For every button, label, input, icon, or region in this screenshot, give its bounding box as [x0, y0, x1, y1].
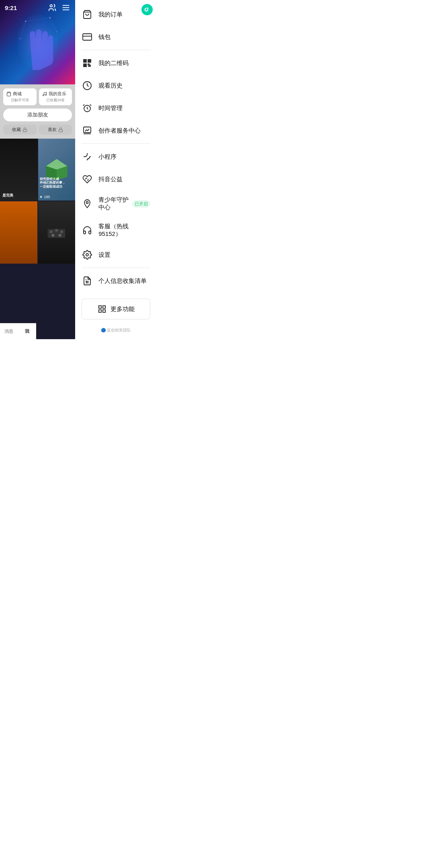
svg-rect-42 [84, 127, 91, 133]
like-label: 喜欢 [48, 127, 57, 133]
svg-point-23 [50, 230, 53, 233]
svg-point-27 [59, 234, 61, 237]
status-bar: 9:21 [0, 0, 75, 15]
menu-history[interactable]: 观看历史 [75, 74, 157, 97]
watermark: 🔵 蓝创精英团队 [75, 326, 157, 339]
music-shortcut[interactable]: 我的音乐 已收藏29首 [39, 88, 72, 105]
svg-point-24 [55, 229, 58, 232]
svg-point-25 [61, 230, 63, 233]
collect-label: 收藏 [12, 127, 21, 133]
video-thumb-2[interactable]: 185 研究那些大咸 件他们热爱的事， 一定能取得成功 [38, 139, 76, 201]
privacy-icon [82, 275, 93, 287]
timemanage-label: 时间管理 [98, 104, 150, 112]
shop-shortcut[interactable]: 商城 活触手可得 [3, 88, 37, 105]
svg-rect-54 [98, 310, 101, 312]
svg-marker-21 [40, 196, 42, 198]
divider-3 [82, 268, 150, 268]
divider-2 [82, 143, 150, 144]
like-item[interactable]: 喜欢 [39, 125, 72, 135]
collect-item[interactable]: 收藏 [3, 125, 37, 135]
nav-message[interactable]: 消息 [0, 327, 18, 336]
svg-point-26 [52, 234, 55, 237]
youth-badge: 已开启 [132, 200, 150, 208]
alarm-icon [82, 102, 93, 114]
svg-rect-53 [102, 306, 105, 308]
profile-icons [48, 3, 70, 12]
message-label: 消息 [0, 328, 18, 334]
menu-qrcode[interactable]: 我的二维码 [75, 52, 157, 74]
svg-rect-16 [59, 129, 62, 132]
svg-point-13 [43, 94, 44, 96]
svg-rect-37 [84, 65, 86, 66]
more-btn-label: 更多功能 [111, 305, 135, 313]
music-label: 我的音乐 [49, 91, 66, 97]
svg-rect-36 [89, 60, 90, 61]
svg-line-40 [83, 104, 84, 106]
wallet-icon [82, 31, 93, 43]
menu-miniapp[interactable]: 小程序 [75, 145, 157, 168]
shop-sublabel: 活触手可得 [6, 98, 33, 103]
headphone-icon [82, 225, 93, 236]
music-sublabel: 已收藏29首 [42, 98, 69, 103]
menu-settings[interactable]: 设置 [75, 244, 157, 266]
divider-1 [82, 50, 150, 50]
menu-privacy[interactable]: 个人信息收集清单 [75, 270, 157, 292]
more-functions-button[interactable]: 更多功能 [82, 299, 150, 319]
left-panel: 9:21 [0, 0, 75, 339]
youth-label: 青少年守护中心 [98, 196, 130, 211]
svg-rect-30 [83, 34, 92, 40]
watermark-text: 🔵 蓝创精英团队 [101, 328, 131, 332]
nav-me[interactable]: 我 [18, 327, 36, 336]
profile-area: 商城 活触手可得 我的音乐 已收藏29首 添加朋友 收藏 [0, 84, 75, 139]
menu-creator[interactable]: 创作者服务中心 [75, 119, 157, 142]
svg-line-41 [90, 104, 91, 106]
svg-rect-52 [98, 306, 101, 308]
shop-label: 商城 [13, 91, 22, 97]
svg-point-49 [86, 254, 88, 256]
video-overlay: 研究那些大咸 件他们热爱的事， 一定能取得成功 [40, 177, 74, 189]
menu-charity[interactable]: 抖音公益 [75, 168, 157, 190]
svg-point-28 [141, 4, 153, 15]
menu-wallet[interactable]: 钱包 [75, 26, 157, 48]
right-panel: 我的订单 钱包 我的二维码 [75, 0, 157, 339]
svg-point-48 [86, 202, 88, 204]
menu-youth[interactable]: 青少年守护中心 已开启 [75, 190, 157, 217]
video-thumb-3[interactable] [0, 201, 37, 263]
tiktok-logo [141, 4, 153, 17]
friends-icon[interactable] [48, 3, 57, 12]
collect-like-row: 收藏 喜欢 [3, 125, 72, 135]
wallet-label: 钱包 [98, 33, 150, 41]
chart-icon [82, 125, 93, 136]
privacy-label: 个人信息收集清单 [98, 277, 150, 285]
menu-service[interactable]: 客服（热线95152） [75, 217, 157, 244]
shortcuts-row: 商城 活触手可得 我的音乐 已收藏29首 [3, 88, 72, 105]
miniapp-icon [82, 151, 93, 162]
service-label: 客服（热线95152） [98, 223, 150, 238]
charity-label: 抖音公益 [98, 176, 150, 183]
qrcode-label: 我的二维码 [98, 59, 150, 67]
creator-label: 创作者服务中心 [98, 127, 150, 135]
me-label: 我 [18, 328, 36, 334]
clock-icon [82, 80, 93, 91]
time-display: 9:21 [5, 4, 17, 11]
settings-icon [82, 249, 93, 260]
svg-rect-15 [23, 129, 27, 132]
svg-point-0 [50, 5, 53, 7]
video-grid: 是完美 185 研究那些大咸 [0, 139, 75, 264]
video-thumb-1[interactable]: 是完美 [0, 139, 37, 201]
video-thumb-4[interactable] [38, 201, 76, 263]
svg-rect-55 [102, 310, 105, 312]
video-play-count: 185 [40, 195, 50, 199]
history-label: 观看历史 [98, 82, 150, 90]
charity-icon [82, 174, 93, 185]
settings-label: 设置 [98, 251, 150, 259]
hero-background: 9:21 [0, 0, 75, 84]
grid-icon [98, 305, 106, 313]
cart-icon [82, 9, 93, 20]
menu-timemanage[interactable]: 时间管理 [75, 97, 157, 119]
qrcode-icon [82, 57, 93, 69]
add-friend-button[interactable]: 添加朋友 [3, 108, 72, 121]
menu-icon[interactable] [61, 3, 70, 12]
bottom-nav: 消息 我 [0, 323, 36, 339]
miniapp-label: 小程序 [98, 153, 150, 161]
